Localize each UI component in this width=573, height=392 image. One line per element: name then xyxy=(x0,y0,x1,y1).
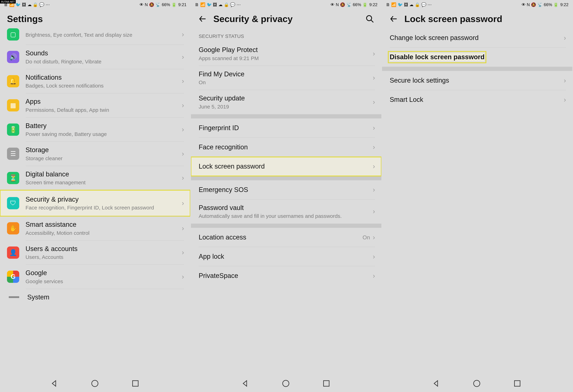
item-title: Smart Lock xyxy=(390,96,564,104)
digital-balance-icon: ⏳ xyxy=(7,172,19,184)
status-right-icons: 👁 N 🔕 📡 66% 🔋 9:22 xyxy=(330,2,377,7)
item-find-my-device[interactable]: Find My Device On › xyxy=(191,66,381,90)
nav-back-icon[interactable] xyxy=(241,379,250,388)
item-password-vault[interactable]: Password vault Automatically save and fi… xyxy=(191,199,381,224)
status-right-icons: 👁 N 🔕 📡 66% 🔋 9:21 xyxy=(139,2,186,7)
item-face-recognition[interactable]: Face recognition › xyxy=(191,138,381,157)
svg-rect-6 xyxy=(515,381,520,386)
chevron-right-icon: › xyxy=(182,199,184,207)
item-smart-assistance[interactable]: ✋ Smart assistance Accessibility, Motion… xyxy=(0,216,190,241)
status-time: 9:22 xyxy=(369,2,377,7)
notifications-icon: 🔔 xyxy=(7,75,19,87)
item-title: Users & accounts xyxy=(25,245,182,253)
nav-home-icon[interactable] xyxy=(91,379,100,388)
item-sub: Face recognition, Fingerprint ID, Lock s… xyxy=(25,204,182,211)
chevron-right-icon: › xyxy=(182,31,184,38)
item-security-update[interactable]: Security update June 5, 2019 › xyxy=(191,90,381,114)
item-security-privacy[interactable]: 🛡 Security & privacy Face recognition, F… xyxy=(0,190,190,216)
item-location-access[interactable]: Location access On › xyxy=(191,228,381,247)
storage-icon: ☰ xyxy=(7,148,19,160)
back-button[interactable] xyxy=(389,14,398,23)
nav-back-icon[interactable] xyxy=(50,379,59,388)
item-title: Google Play Protect xyxy=(199,46,373,54)
item-sub: Do not disturb, Ringtone, Vibrate xyxy=(25,58,182,65)
svg-point-5 xyxy=(474,380,480,387)
item-title: Face recognition xyxy=(199,143,373,151)
item-secure-lock-settings[interactable]: Secure lock settings › xyxy=(382,71,572,90)
back-button[interactable] xyxy=(198,14,207,23)
header: Lock screen password xyxy=(382,9,572,28)
lock-screen-password-list[interactable]: Change lock screen password › Disable lo… xyxy=(382,28,572,375)
item-sub: Storage cleaner xyxy=(25,155,182,162)
item-system[interactable]: System xyxy=(0,289,190,302)
chevron-right-icon: › xyxy=(373,208,375,215)
item-sub: Apps scanned at 9:21 PM xyxy=(199,55,373,62)
search-button[interactable] xyxy=(365,14,374,23)
item-disable-lock-screen-password[interactable]: Disable lock screen password xyxy=(382,48,572,67)
nav-recent-icon[interactable] xyxy=(131,379,140,388)
nav-recent-icon[interactable] xyxy=(322,379,331,388)
item-title: Disable lock screen password xyxy=(390,53,484,61)
item-sub: Permissions, Default apps, App twin xyxy=(25,107,182,113)
chevron-right-icon: › xyxy=(373,50,375,57)
item-title: Google xyxy=(25,269,182,277)
item-digital-balance[interactable]: ⏳ Digital balance Screen time management… xyxy=(0,166,190,190)
item-title: Fingerprint ID xyxy=(199,124,373,132)
item-title: Sounds xyxy=(25,49,182,57)
item-sub: Brightness, Eye comfort, Text and displa… xyxy=(25,32,182,38)
chevron-right-icon: › xyxy=(564,34,566,42)
item-title: Emergency SOS xyxy=(199,186,373,194)
item-smart-lock[interactable]: Smart Lock › xyxy=(382,90,572,109)
nav-bar xyxy=(0,375,190,392)
nav-home-icon[interactable] xyxy=(473,379,482,388)
item-privatespace[interactable]: PrivateSpace › xyxy=(191,266,381,285)
status-time: 9:22 xyxy=(560,2,569,7)
nav-recent-icon[interactable] xyxy=(513,379,522,388)
item-display[interactable]: ▢ Brightness, Eye comfort, Text and disp… xyxy=(0,28,190,45)
item-change-lock-screen-password[interactable]: Change lock screen password › xyxy=(382,28,572,48)
item-storage[interactable]: ☰ Storage Storage cleaner › xyxy=(0,142,190,166)
chevron-right-icon: › xyxy=(564,96,566,104)
chevron-right-icon: › xyxy=(373,234,375,241)
item-emergency-sos[interactable]: Emergency SOS › xyxy=(191,180,381,199)
item-title: Change lock screen password xyxy=(390,34,564,42)
item-title: App lock xyxy=(199,252,373,261)
item-lock-screen-password[interactable]: Lock screen password › xyxy=(191,157,381,176)
nav-back-icon[interactable] xyxy=(432,379,441,388)
section-gap xyxy=(382,67,572,71)
item-title: Digital balance xyxy=(25,170,182,178)
item-trail-value: On xyxy=(362,234,370,241)
header: Settings xyxy=(0,9,190,28)
section-label: SECURITY STATUS xyxy=(191,28,381,42)
settings-list[interactable]: ▢ Brightness, Eye comfort, Text and disp… xyxy=(0,28,190,375)
item-google-play-protect[interactable]: Google Play Protect Apps scanned at 9:21… xyxy=(191,42,381,66)
item-apps[interactable]: ▦ Apps Permissions, Default apps, App tw… xyxy=(0,93,190,118)
nav-home-icon[interactable] xyxy=(282,379,291,388)
users-accounts-icon: 👤 xyxy=(7,247,19,259)
item-title: Battery xyxy=(25,122,182,130)
chevron-right-icon: › xyxy=(373,163,375,170)
item-notifications[interactable]: 🔔 Notifications Badges, Lock screen noti… xyxy=(0,69,190,93)
chevron-right-icon: › xyxy=(373,124,375,132)
chevron-right-icon: › xyxy=(373,253,375,260)
item-users-accounts[interactable]: 👤 Users & accounts Users, Accounts › xyxy=(0,241,190,265)
chevron-right-icon: › xyxy=(373,143,375,151)
status-right-icons: 👁 N 🔕 📡 66% 🔋 9:22 xyxy=(521,2,569,7)
security-list[interactable]: SECURITY STATUS Google Play Protect Apps… xyxy=(191,28,381,375)
item-sub: Google services xyxy=(25,278,182,285)
item-title: Smart assistance xyxy=(25,220,182,229)
item-sounds[interactable]: 🔊 Sounds Do not disturb, Ringtone, Vibra… xyxy=(0,45,190,69)
item-title: Find My Device xyxy=(199,70,373,78)
item-battery[interactable]: 🔋 Battery Power saving mode, Battery usa… xyxy=(0,118,190,142)
status-bar: 🗎 📶 🐦 🖼 ☁ 🔒 💬 ⋯ 👁 N 🔕 📡 66% 🔋 9:22 xyxy=(382,0,572,9)
screen-security-privacy: 🗎 📶 🐦 🖼 ☁ 🔒 💬 ⋯ 👁 N 🔕 📡 66% 🔋 9:22 Secur… xyxy=(191,0,382,392)
item-sub: Automatically save and fill in your user… xyxy=(199,213,373,219)
item-title: Security & privacy xyxy=(25,195,182,204)
item-google[interactable]: G Google Google services › xyxy=(0,265,190,289)
chevron-right-icon: › xyxy=(182,53,184,61)
page-title: Settings xyxy=(7,14,43,24)
item-app-lock[interactable]: App lock › xyxy=(191,247,381,266)
status-bar: 🗎 📶 🐦 🖼 ☁ 🔒 💬 ⋯ 👁 N 🔕 📡 66% 🔋 9:21 xyxy=(0,0,190,9)
item-fingerprint-id[interactable]: Fingerprint ID › xyxy=(191,118,381,138)
item-title: Password vault xyxy=(199,204,373,212)
